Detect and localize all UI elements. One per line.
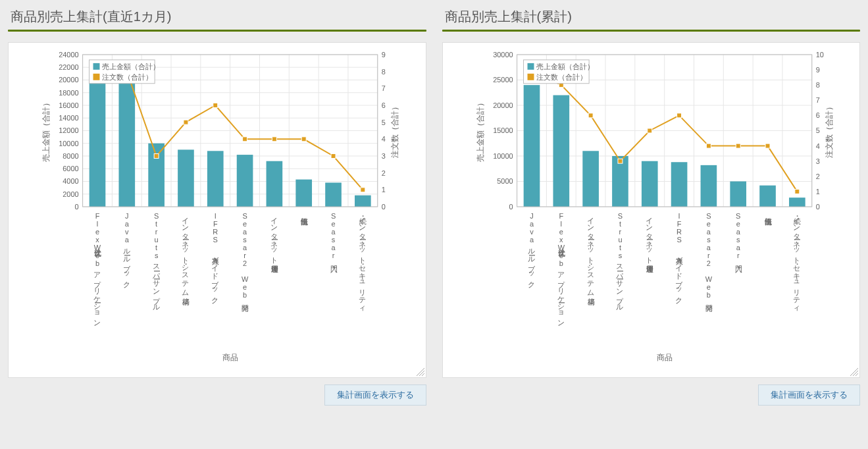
svg-rect-65 xyxy=(331,154,336,159)
title-underline xyxy=(8,30,426,32)
button-row: 集計画面を表示する xyxy=(442,384,861,406)
svg-rect-48 xyxy=(118,70,135,207)
svg-text:インターネット・システム構築: インターネット・システム構築 xyxy=(182,212,190,306)
svg-rect-131 xyxy=(789,198,805,207)
svg-rect-122 xyxy=(523,85,540,207)
svg-rect-63 xyxy=(272,137,276,142)
panel-cumulative: 商品別売上集計(累計) 0500010000150002000025000300… xyxy=(442,8,861,406)
svg-text:Javaルールブック: Javaルールブック xyxy=(527,212,535,288)
svg-text:7: 7 xyxy=(815,96,819,104)
svg-rect-55 xyxy=(325,182,342,207)
svg-rect-127 xyxy=(671,162,687,207)
svg-text:7: 7 xyxy=(382,84,386,92)
svg-rect-62 xyxy=(243,137,247,142)
svg-text:9: 9 xyxy=(382,51,386,59)
chart: 0200040006000800010000120001400016000180… xyxy=(13,47,422,371)
svg-text:Javaルールブック: Javaルールブック xyxy=(123,212,131,288)
panels-container: 商品別売上集計(直近1カ月) 0200040006000800010000120… xyxy=(8,8,860,406)
svg-text:Strutsスーパーサンプル: Strutsスーパーサンプル xyxy=(616,212,625,310)
svg-text:22000: 22000 xyxy=(59,63,78,71)
svg-text:IFRS 導入ガイドブック: IFRS 導入ガイドブック xyxy=(211,212,219,304)
svg-rect-141 xyxy=(794,189,799,194)
svg-text:6000: 6000 xyxy=(63,165,78,172)
svg-text:0: 0 xyxy=(75,203,79,211)
svg-text:2: 2 xyxy=(382,169,386,177)
svg-text:1: 1 xyxy=(382,186,386,194)
svg-text:0: 0 xyxy=(815,203,819,211)
svg-text:Seasar2 Web開発: Seasar2 Web開発 xyxy=(704,212,712,312)
svg-text:情報流出: 情報流出 xyxy=(300,218,308,226)
svg-rect-137 xyxy=(677,113,681,118)
svg-text:4: 4 xyxy=(382,135,386,143)
svg-rect-140 xyxy=(765,144,770,148)
svg-rect-54 xyxy=(295,180,312,207)
panel-title: 商品別売上集計(直近1カ月) xyxy=(8,8,426,26)
svg-rect-139 xyxy=(736,144,740,148)
svg-rect-61 xyxy=(213,103,218,107)
svg-text:インターネット運用管理: インターネット運用管理 xyxy=(646,212,653,273)
svg-rect-51 xyxy=(207,151,224,207)
svg-text:売上金額（合計）: 売上金額（合計） xyxy=(41,99,51,162)
svg-text:IFRS 導入ガイドブック: IFRS 導入ガイドブック xyxy=(675,212,683,304)
svg-text:4000: 4000 xyxy=(63,177,78,185)
svg-text:3: 3 xyxy=(382,152,386,160)
svg-text:Seasar入門: Seasar入門 xyxy=(330,212,338,273)
svg-text:25000: 25000 xyxy=(493,76,513,84)
resize-handle-icon[interactable] xyxy=(415,367,424,376)
chart: 0500010000150002000025000300000123456789… xyxy=(447,47,856,371)
show-aggregate-button[interactable]: 集計画面を表示する xyxy=(758,384,860,406)
svg-rect-135 xyxy=(617,159,622,163)
svg-rect-84 xyxy=(93,74,100,80)
svg-rect-82 xyxy=(93,63,100,70)
svg-text:Flex次世代Webアプリケーション: Flex次世代Webアプリケーション xyxy=(93,212,101,326)
svg-text:18000: 18000 xyxy=(59,89,78,97)
svg-text:20000: 20000 xyxy=(59,76,78,84)
svg-rect-136 xyxy=(647,128,651,133)
svg-text:16000: 16000 xyxy=(59,101,78,109)
svg-text:1: 1 xyxy=(815,188,819,196)
svg-text:5: 5 xyxy=(382,119,386,126)
svg-text:15000: 15000 xyxy=(493,126,513,134)
svg-rect-60 xyxy=(184,120,188,124)
svg-text:9: 9 xyxy=(815,66,819,74)
svg-text:2000: 2000 xyxy=(63,190,78,198)
svg-text:10: 10 xyxy=(815,51,823,59)
svg-text:続・インターネット・セキュリティ: 続・インターネット・セキュリティ xyxy=(359,212,367,311)
show-aggregate-button[interactable]: 集計画面を表示する xyxy=(324,384,426,406)
chart-card: 0200040006000800010000120001400016000180… xyxy=(8,42,426,378)
svg-text:14000: 14000 xyxy=(59,114,78,122)
title-underline xyxy=(442,30,861,32)
svg-rect-52 xyxy=(237,155,253,207)
svg-rect-128 xyxy=(700,165,717,207)
svg-text:売上金額（合計）: 売上金額（合計） xyxy=(102,63,160,70)
svg-text:続・インターネット・セキュリティ: 続・インターネット・セキュリティ xyxy=(793,212,801,311)
svg-text:Seasar2 Web開発: Seasar2 Web開発 xyxy=(241,212,249,312)
svg-rect-49 xyxy=(148,144,165,207)
svg-text:インターネット・システム構築: インターネット・システム構築 xyxy=(586,212,594,306)
svg-rect-53 xyxy=(267,161,283,207)
svg-rect-129 xyxy=(730,182,746,207)
panel-recent: 商品別売上集計(直近1カ月) 0200040006000800010000120… xyxy=(8,8,426,406)
svg-text:商品: 商品 xyxy=(222,353,238,362)
svg-text:30000: 30000 xyxy=(493,51,513,59)
svg-rect-59 xyxy=(154,154,159,159)
resize-handle-icon[interactable] xyxy=(849,367,858,376)
svg-rect-124 xyxy=(582,151,599,207)
svg-rect-47 xyxy=(89,67,106,207)
svg-text:0: 0 xyxy=(382,203,386,211)
svg-text:24000: 24000 xyxy=(59,51,78,59)
svg-text:8000: 8000 xyxy=(63,152,78,160)
svg-text:Strutsスーパーサンプル: Strutsスーパーサンプル xyxy=(153,212,161,310)
panel-title: 商品別売上集計(累計) xyxy=(442,8,861,26)
svg-text:インターネット運用管理: インターネット運用管理 xyxy=(270,212,278,273)
svg-rect-66 xyxy=(361,188,365,192)
svg-rect-138 xyxy=(706,144,711,148)
svg-text:0: 0 xyxy=(509,203,513,211)
svg-text:10000: 10000 xyxy=(493,152,513,160)
svg-text:商品: 商品 xyxy=(656,353,672,362)
svg-text:注文数（合計）: 注文数（合計） xyxy=(536,73,587,81)
chart-card: 0500010000150002000025000300000123456789… xyxy=(442,42,861,378)
svg-text:注文数（合計）: 注文数（合計） xyxy=(824,103,833,158)
svg-rect-123 xyxy=(553,95,569,207)
svg-text:注文数（合計）: 注文数（合計） xyxy=(102,73,153,81)
